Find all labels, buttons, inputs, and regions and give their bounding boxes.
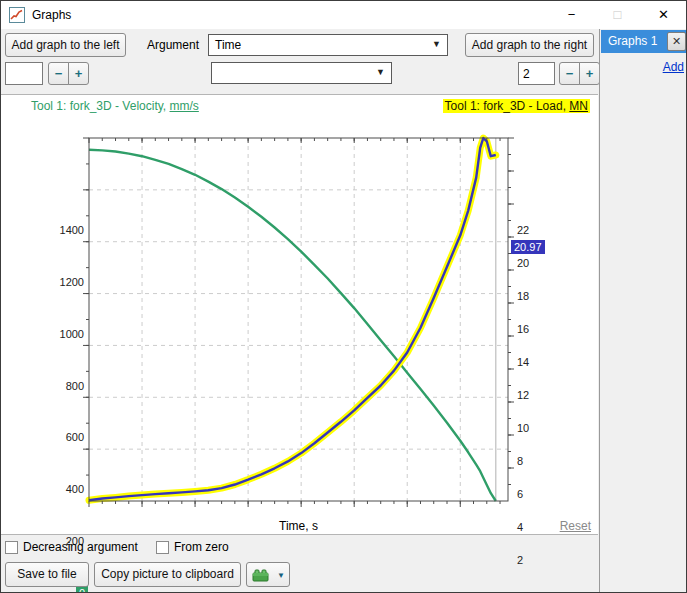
right-tick-label: 10 [517,422,529,434]
tab-graphs-1[interactable]: Graphs 1 ✕ [601,30,687,53]
left-minus-button[interactable]: − [48,62,69,85]
left-index-input[interactable] [5,62,43,85]
left-tick-label: 400 [34,483,84,495]
right-index-input[interactable] [518,62,555,85]
left-plus-button[interactable]: + [68,62,89,85]
right-tick-label: 22 [517,224,529,236]
argument-label: Argument [147,38,199,52]
cursor-right-value-badge: 20.97 [511,240,545,254]
tab-label: Graphs 1 [608,34,657,48]
main-region: Add graph to the left Argument Time ▼ Ad… [1,29,599,593]
chevron-down-icon: ▼ [277,571,285,580]
right-tick-label: 14 [517,356,529,368]
chevron-down-icon: ▼ [432,39,441,49]
tab-close-button[interactable]: ✕ [667,32,686,51]
left-tick-label: 600 [34,431,84,443]
argument-combobox[interactable]: Time ▼ [208,34,448,56]
chart-panel: Tool 1: fork_3D - Velocity, mm/s Tool 1:… [1,94,598,535]
green-brick-icon [251,567,271,583]
right-tick-label: 4 [517,521,523,533]
graphs-tab-panel: Graphs 1 ✕ Add [599,29,687,593]
window-title: Graphs [32,8,71,22]
copy-to-clipboard-button[interactable]: Copy picture to clipboard [94,562,241,587]
right-tick-label: 6 [517,488,523,500]
toolbar-row-2: − + ▼ − + [1,62,599,86]
left-tick-label: 1200 [34,276,84,288]
toolbar-row-1: Add graph to the left Argument Time ▼ Ad… [1,33,599,57]
from-zero-checkbox[interactable]: From zero [156,540,229,554]
secondary-combobox[interactable]: ▼ [211,62,392,84]
plot-area[interactable] [1,95,598,536]
save-to-file-button[interactable]: Save to file [5,562,89,587]
left-tick-label: 1000 [34,328,84,340]
checkbox-box[interactable] [5,541,18,554]
add-graph-right-button[interactable]: Add graph to the right [465,33,594,57]
right-tick-label: 12 [517,389,529,401]
maximize-button: □ [595,1,640,29]
right-minus-button[interactable]: − [559,62,580,85]
x-axis-title: Time, s [231,519,366,533]
add-graph-link[interactable]: Add [663,60,684,74]
add-graph-left-button[interactable]: Add graph to the left [5,33,126,57]
reset-link[interactable]: Reset [560,519,591,533]
right-tick-label: 18 [517,290,529,302]
minimize-button[interactable]: − [549,1,594,29]
title-bar: Graphs − □ ✕ [1,1,686,29]
footer: Decreasing argument From zero Save to fi… [1,536,599,593]
right-plus-button[interactable]: + [579,62,600,85]
checkbox-box[interactable] [156,541,169,554]
right-tick-label: 20 [517,257,529,269]
right-tick-label: 16 [517,323,529,335]
checkbox-label: Decreasing argument [23,540,138,554]
export-split-button[interactable]: ▼ [246,562,290,587]
chevron-down-icon: ▼ [376,67,385,77]
argument-combobox-value: Time [215,38,241,52]
left-tick-label: 1400 [34,224,84,236]
right-tick-label: 8 [517,455,523,467]
checkbox-label: From zero [174,540,229,554]
decreasing-argument-checkbox[interactable]: Decreasing argument [5,540,138,554]
line-chart-icon [9,7,25,23]
close-button[interactable]: ✕ [641,1,686,29]
graphs-window: Graphs − □ ✕ Add graph to the left Argum… [0,0,687,593]
left-tick-label: 800 [34,380,84,392]
